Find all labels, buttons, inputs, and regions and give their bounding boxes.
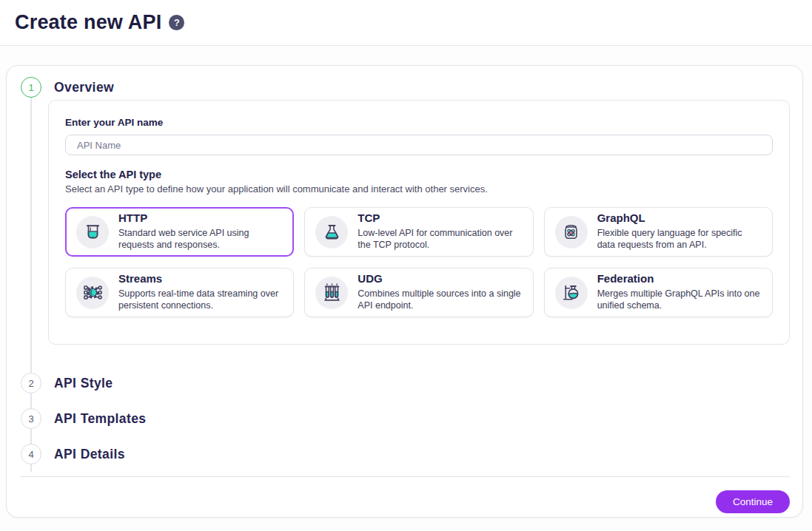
- erlenmeyer-flask-icon: [315, 216, 348, 248]
- step-4-indicator: 4: [21, 444, 41, 464]
- step-2-indicator: 2: [21, 373, 41, 393]
- stepper-step-api-details: 4 API Details: [7, 444, 802, 464]
- page-title: Create new API: [15, 11, 161, 34]
- step-1-indicator: 1: [21, 77, 41, 98]
- api-type-card-graphql[interactable]: GraphQL Flexible query language for spec…: [544, 207, 773, 257]
- test-tube-rack-icon: [315, 277, 348, 309]
- type-card-text: Federation Merges multiple GraphQL APIs …: [597, 273, 762, 312]
- step-3-indicator: 3: [21, 408, 41, 429]
- type-card-title: Streams: [118, 273, 283, 285]
- type-card-text: Streams Supports real-time data streamin…: [118, 273, 283, 312]
- type-card-description: Flexible query language for specific dat…: [597, 227, 762, 251]
- api-name-label: Enter your API name: [65, 117, 773, 128]
- type-card-description: Standard web service API using requests …: [118, 227, 283, 251]
- api-name-input[interactable]: [65, 135, 773, 155]
- help-icon[interactable]: ?: [169, 15, 184, 30]
- type-card-description: Combines multiple sources into a single …: [358, 288, 522, 312]
- stepper-step-overview: 1 Overview: [7, 77, 802, 98]
- type-card-title: HTTP: [118, 212, 283, 225]
- api-type-card-federation[interactable]: Federation Merges multiple GraphQL APIs …: [544, 268, 773, 317]
- wizard-footer: Continue: [7, 477, 802, 513]
- type-card-description: Supports real-time data streaming over p…: [118, 288, 283, 312]
- create-api-panel: 1 Overview Enter your API name Select th…: [6, 65, 803, 518]
- api-type-card-http[interactable]: HTTP Standard web service API using requ…: [65, 207, 294, 257]
- api-type-card-udg[interactable]: UDG Combines multiple sources into a sin…: [304, 268, 533, 317]
- page-content: 1 Overview Enter your API name Select th…: [0, 65, 812, 518]
- stream-gear-icon: [76, 277, 109, 309]
- step-1-label: Overview: [54, 80, 114, 95]
- type-card-text: TCP Low-level API for communication over…: [358, 212, 522, 251]
- atom-jar-icon: [555, 216, 588, 248]
- step-3-label: API Templates: [54, 411, 147, 427]
- continue-button[interactable]: Continue: [716, 490, 790, 513]
- api-type-card-tcp[interactable]: TCP Low-level API for communication over…: [304, 207, 533, 257]
- api-type-description: Select an API type to define how your ap…: [65, 183, 773, 195]
- type-card-text: GraphQL Flexible query language for spec…: [597, 212, 762, 251]
- api-type-grid: HTTP Standard web service API using requ…: [65, 207, 773, 317]
- type-card-title: UDG: [358, 273, 522, 285]
- stepper-step-api-templates: 3 API Templates: [7, 408, 802, 429]
- overview-panel: Enter your API name Select the API type …: [48, 100, 790, 345]
- type-card-title: Federation: [597, 273, 762, 285]
- stepper-lower: 2 API Style 3 API Templates 4 API Detail…: [7, 373, 802, 464]
- page-header: Create new API ?: [0, 0, 812, 46]
- type-card-title: TCP: [358, 212, 522, 225]
- step-4-label: API Details: [54, 447, 125, 462]
- api-type-card-streams[interactable]: Streams Supports real-time data streamin…: [65, 268, 294, 317]
- round-flask-icon: [555, 277, 588, 309]
- select-api-type-label: Select the API type: [65, 169, 773, 180]
- step-2-label: API Style: [54, 376, 113, 391]
- stepper-step-api-style: 2 API Style: [7, 373, 802, 393]
- beaker-icon: [76, 216, 109, 248]
- type-card-text: UDG Combines multiple sources into a sin…: [358, 273, 522, 312]
- type-card-title: GraphQL: [597, 212, 762, 225]
- type-card-text: HTTP Standard web service API using requ…: [118, 212, 283, 251]
- type-card-description: Low-level API for communication over the…: [358, 227, 522, 251]
- type-card-description: Merges multiple GraphQL APIs into one un…: [597, 288, 762, 312]
